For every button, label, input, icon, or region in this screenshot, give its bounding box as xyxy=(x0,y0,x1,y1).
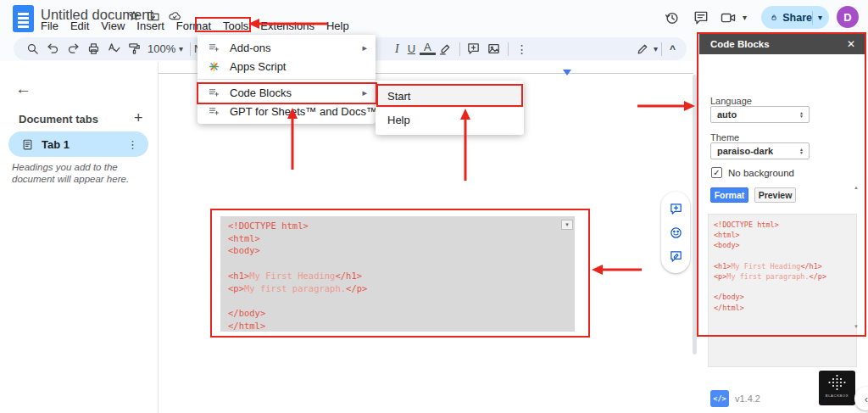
zoom-caret-icon: ▾ xyxy=(179,44,183,53)
blackbox-logo: BLACKBOX xyxy=(819,371,855,405)
menu-view[interactable]: View xyxy=(95,19,131,33)
toolbar-divider xyxy=(661,42,662,56)
scroll-up-icon[interactable]: ▲ xyxy=(854,185,859,190)
share-caret-icon[interactable]: ▾ xyxy=(812,11,822,25)
arrow-to-panel xyxy=(637,101,695,111)
toolbar-divider xyxy=(190,42,191,56)
document-tabs-title: Document tabs xyxy=(19,113,98,126)
underline-button[interactable]: U xyxy=(403,42,420,55)
menu-insert[interactable]: Insert xyxy=(131,19,170,33)
menu-item-gpt-for-sheets[interactable]: GPT for Sheets™ and Docs™ ▸ xyxy=(198,102,376,120)
menu-tools[interactable]: Tools xyxy=(217,19,254,33)
submenu-item-start[interactable]: Start xyxy=(376,84,524,108)
zoom-control[interactable]: 100% ▾ xyxy=(144,42,186,55)
document-scrollbar[interactable] xyxy=(693,75,697,354)
menu-item-apps-script[interactable]: Apps Script xyxy=(198,57,376,75)
meet-caret-icon[interactable]: ▾ xyxy=(738,13,751,22)
share-button[interactable]: Share ▾ xyxy=(761,6,829,29)
text-color-button[interactable]: A xyxy=(420,42,436,55)
select-spinner-icon: ▲▼ xyxy=(799,111,804,119)
code-blocks-panel: Code Blocks ✕ Language auto ▲▼ Theme par… xyxy=(699,34,865,335)
insert-image-icon[interactable] xyxy=(484,39,504,59)
back-arrow-icon[interactable]: ← xyxy=(15,80,31,98)
version-text: v1.4.2 xyxy=(735,393,760,404)
gpt-addon-icon xyxy=(208,105,220,118)
submenu-arrow-icon: ▸ xyxy=(362,87,367,98)
svg-text:BLACKBOX: BLACKBOX xyxy=(826,393,849,398)
margin-actions-pill xyxy=(661,192,690,273)
redo-icon[interactable] xyxy=(63,39,83,59)
code-blocks-addon-icon xyxy=(208,87,220,99)
search-icon[interactable] xyxy=(22,39,42,59)
sidebar-divider xyxy=(158,62,159,413)
paint-format-icon[interactable] xyxy=(124,39,144,59)
checkbox-checked-icon[interactable]: ✓ xyxy=(711,167,722,178)
language-select[interactable]: auto ▲▼ xyxy=(710,106,810,123)
code-block-caret-icon[interactable]: ▾ xyxy=(561,220,573,230)
menu-edit[interactable]: Edit xyxy=(64,19,95,33)
headings-hint-text: Headings you add to the document will ap… xyxy=(12,161,147,185)
sidebar-item-tab1[interactable]: Tab 1 ⋮ xyxy=(8,131,148,157)
menu-bar: File Edit View Insert Format Tools Exten… xyxy=(35,19,355,33)
print-icon[interactable] xyxy=(83,39,103,59)
spellcheck-icon[interactable] xyxy=(103,39,124,59)
more-options-icon[interactable]: ⋮ xyxy=(512,42,532,56)
chevron-left-icon: ‹ xyxy=(865,393,868,405)
suggest-edits-icon[interactable] xyxy=(669,249,683,264)
menu-help[interactable]: Help xyxy=(320,19,355,33)
apps-script-icon xyxy=(208,60,220,73)
theme-select[interactable]: paraiso-dark ▲▼ xyxy=(710,142,810,159)
close-icon[interactable]: ✕ xyxy=(847,38,855,50)
code-version-icon: </> xyxy=(710,390,729,407)
format-button[interactable]: Format xyxy=(710,187,748,203)
menu-file[interactable]: File xyxy=(35,19,64,33)
tab-document-icon xyxy=(21,138,34,151)
no-background-option[interactable]: ✓ No background xyxy=(711,167,794,178)
indent-marker-icon[interactable] xyxy=(563,70,571,75)
undo-icon[interactable] xyxy=(42,39,63,59)
add-comment-float-icon[interactable] xyxy=(669,202,683,216)
language-label: Language xyxy=(710,96,752,106)
toolbar-divider xyxy=(459,42,460,56)
toolbar-divider xyxy=(508,42,509,56)
highlight-color-icon[interactable] xyxy=(436,39,456,59)
scroll-down-icon[interactable]: ▼ xyxy=(854,324,859,329)
preview-button[interactable]: Preview xyxy=(754,187,796,203)
lock-icon xyxy=(770,11,778,24)
panel-header: Code Blocks ✕ xyxy=(699,34,865,54)
submenu-item-help[interactable]: Help xyxy=(376,108,524,131)
menu-format[interactable]: Format xyxy=(170,19,217,33)
add-ons-icon xyxy=(208,42,220,54)
tab-options-icon[interactable]: ⋮ xyxy=(127,138,138,151)
select-spinner-icon: ▲▼ xyxy=(799,148,804,155)
menu-extensions[interactable]: Extensions xyxy=(254,19,320,33)
submenu-arrow-icon: ▸ xyxy=(362,42,367,53)
menu-item-code-blocks[interactable]: Code Blocks ▸ xyxy=(198,83,376,102)
tab-label: Tab 1 xyxy=(42,138,127,151)
emoji-reaction-icon[interactable] xyxy=(669,226,683,240)
google-docs-logo-icon[interactable] xyxy=(13,5,34,32)
panel-title: Code Blocks xyxy=(710,39,847,49)
menu-item-add-ons[interactable]: Add-ons ▸ xyxy=(198,38,376,57)
account-avatar[interactable]: D xyxy=(837,6,859,28)
collapse-panel-button[interactable]: ‹ xyxy=(854,387,868,410)
extensions-dropdown-menu: Add-ons ▸ Apps Script Code Blocks ▸ GPT … xyxy=(198,35,376,124)
editing-mode-icon[interactable] xyxy=(633,39,654,59)
no-background-label: No background xyxy=(728,168,794,178)
document-code-block[interactable]: <!DOCTYPE html><html><body> <h1>My First… xyxy=(220,216,575,332)
add-tab-button[interactable]: + xyxy=(134,109,143,127)
menu-divider xyxy=(198,79,376,80)
hide-menus-icon[interactable]: ^ xyxy=(665,43,680,55)
version-history-icon[interactable] xyxy=(664,9,681,26)
italic-button[interactable]: I xyxy=(391,42,403,56)
arrow-to-doc-code xyxy=(592,265,642,275)
google-docs-window: Untitled document File Edit View Insert … xyxy=(0,0,868,413)
panel-code-textarea[interactable]: <!DOCTYPE html><html><body> <h1>My First… xyxy=(708,214,857,367)
code-blocks-submenu: Start Help xyxy=(376,81,524,135)
meet-video-icon[interactable] xyxy=(720,9,737,26)
editing-mode-caret-icon[interactable]: ▾ xyxy=(654,44,658,53)
add-comment-icon[interactable] xyxy=(464,39,484,59)
comments-icon[interactable] xyxy=(693,9,709,26)
share-button-label: Share xyxy=(782,12,812,24)
zoom-value: 100% xyxy=(147,42,175,55)
